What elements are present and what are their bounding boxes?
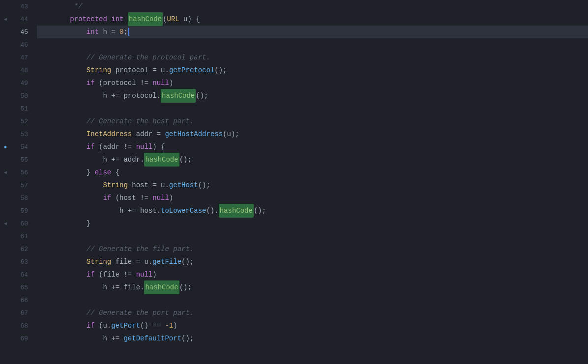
gutter-line-65: 65 [0,281,32,294]
code-line-59: h += host.toLowerCase().hashCode(); [37,204,588,217]
fold-icon-54[interactable]: ◆ [2,143,9,150]
code-line-45: int h = 0; [37,26,588,38]
code-line-65: h += file.hashCode(); [37,281,588,294]
gutter-line-44[interactable]: ◀ 44 [0,13,32,26]
gutter-line-61: 61 [0,230,32,243]
gutter-line-48: 48 [0,64,32,77]
code-editor: 43 ◀ 44 45 46 47 48 49 50 [0,0,588,364]
code-line-54: if (addr != null) { [37,140,588,153]
gutter-line-56[interactable]: ◀ 56 [0,166,32,179]
code-line-61 [37,230,588,243]
code-line-68: if (u.getPort() == -1) [37,319,588,332]
hashcode-highlight-50: hashCode [161,89,196,103]
gutter-line-63: 63 [0,255,32,268]
gutter-line-69: 69 [0,332,32,345]
code-line-52: // Generate the host part. [37,115,588,128]
code-line-46 [37,38,588,51]
code-line-47: // Generate the protocol part. [37,51,588,64]
hashcode-highlight-65: hashCode [144,280,179,294]
code-line-49: if (protocol != null) [37,77,588,89]
gutter-line-50: 50 [0,89,32,102]
gutter-line-68: 68 [0,319,32,332]
code-line-67: // Generate the port part. [37,307,588,319]
code-line-60: } [37,217,588,230]
gutter-line-49: 49 [0,77,32,89]
gutter-line-64: 64 [0,268,32,281]
code-line-64: if (file != null) [37,268,588,281]
code-line-57: String host = u.getHost(); [37,179,588,192]
gutter-line-55: 55 [0,153,32,166]
fold-icon-44[interactable]: ◀ [2,16,9,23]
gutter-line-51: 51 [0,102,32,115]
gutter-line-58: 58 [0,192,32,204]
gutter-line-57: 57 [0,179,32,192]
code-line-43: */ [37,0,588,13]
gutter-line-47: 47 [0,51,32,64]
code-line-62: // Generate the file part. [37,243,588,255]
code-line-55: h += addr.hashCode(); [37,153,588,166]
gutter-line-59: 59 [0,204,32,217]
hashcode-highlight-59: hashCode [219,204,254,218]
gutter-line-43: 43 [0,0,32,13]
fold-icon-60[interactable]: ◀ [2,220,9,227]
text-cursor [128,28,129,36]
gutter-line-54[interactable]: ◆ 54 [0,140,32,153]
hashcode-highlight-55: hashCode [144,153,179,167]
gutter-line-67: 67 [0,307,32,319]
line-numbers: 43 ◀ 44 45 46 47 48 49 50 [0,0,32,364]
fold-icon-56[interactable]: ◀ [2,169,9,176]
gutter-line-53: 53 [0,128,32,140]
gutter-line-62: 62 [0,243,32,255]
code-line-58: if (host != null) [37,192,588,204]
code-content[interactable]: */ protected int hashCode(URL u) { int h… [32,0,588,364]
code-line-53: InetAddress addr = getHostAddress(u); [37,128,588,140]
gutter-line-66: 66 [0,294,32,307]
code-line-51 [37,102,588,115]
gutter-line-52: 52 [0,115,32,128]
code-line-48: String protocol = u.getProtocol(); [37,64,588,77]
gutter-line-45: 45 [0,26,32,38]
code-line-69: h += getDefaultPort(); [37,332,588,345]
gutter-line-46: 46 [0,38,32,51]
code-line-44: protected int hashCode(URL u) { [37,13,588,26]
gutter-line-60[interactable]: ◀ 60 [0,217,32,230]
code-line-50: h += protocol.hashCode(); [37,89,588,102]
hashcode-highlight-44: hashCode [128,12,163,26]
code-line-56: } else { [37,166,588,179]
code-line-66 [37,294,588,307]
code-line-63: String file = u.getFile(); [37,255,588,268]
